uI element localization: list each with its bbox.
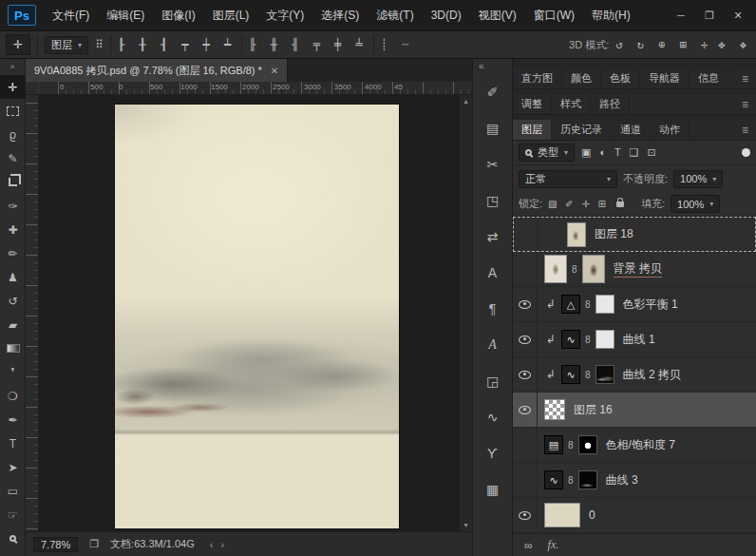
menu-edit[interactable]: 编辑(E) xyxy=(98,0,153,30)
layer-row[interactable]: ↲ ∿ 8 曲线 2 拷贝 xyxy=(513,357,756,393)
tab-adjustments[interactable]: 调整 xyxy=(513,94,552,114)
canvas-image[interactable] xyxy=(115,105,399,528)
hue-saturation-adjustment-icon[interactable]: ▤ xyxy=(544,435,563,454)
layer-visibility-toggle[interactable] xyxy=(514,218,539,251)
properties-panel-icon[interactable]: ◲ xyxy=(479,368,507,394)
curves-adjustment-icon[interactable]: ∿ xyxy=(561,365,580,384)
menu-image[interactable]: 图像(I) xyxy=(153,0,203,30)
character-panel-icon[interactable]: A xyxy=(479,259,507,286)
distribute-icons-group[interactable]: ╟ ╫ ╢ ╤ ╪ ╧ xyxy=(249,38,366,51)
wave-panel-icon[interactable]: ∿ xyxy=(479,404,507,431)
tool-brush[interactable]: ✏ xyxy=(0,241,26,265)
menu-select[interactable]: 选择(S) xyxy=(312,0,368,30)
tool-clone-stamp[interactable]: ♟ xyxy=(0,265,26,289)
toolbar-collapse-icon[interactable]: » xyxy=(0,59,25,75)
curves-adjustment-icon[interactable]: ∿ xyxy=(561,330,580,349)
distribute-spacing-icons[interactable]: ┊ ┈ xyxy=(381,38,413,51)
lock-option-icons[interactable]: ▨ ✐ ✛ ⊞ xyxy=(548,199,609,209)
tool-path-selection[interactable]: ➤ xyxy=(0,455,26,479)
layer-visibility-toggle[interactable] xyxy=(513,498,538,532)
menu-file[interactable]: 文件(F) xyxy=(44,0,98,30)
brush-presets-panel-icon[interactable]: ▤ xyxy=(479,115,507,142)
menu-filter[interactable]: 滤镜(T) xyxy=(368,0,422,30)
document-tab[interactable]: 9V0A0885 拷贝.psd @ 7.78% (图层 16, RGB/8) *… xyxy=(26,59,288,82)
layer-row[interactable]: ↲ △ 8 色彩平衡 1 xyxy=(513,287,756,322)
menu-view[interactable]: 视图(V) xyxy=(470,0,525,30)
lock-all-icon[interactable] xyxy=(616,201,624,207)
close-button[interactable]: ✕ xyxy=(724,4,752,27)
tool-spot-healing-brush[interactable]: ✚ xyxy=(0,218,26,241)
layer-mask-thumbnail[interactable] xyxy=(578,470,597,489)
layer-row[interactable]: ▤ 8 色相/饱和度 7 xyxy=(513,428,756,463)
menu-type[interactable]: 文字(Y) xyxy=(257,0,312,30)
tab-close-icon[interactable]: ✕ xyxy=(271,66,278,76)
layer-mask-thumbnail[interactable] xyxy=(595,330,614,349)
tab-navigator[interactable]: 导航器 xyxy=(640,68,690,88)
layer-visibility-toggle[interactable] xyxy=(513,287,538,321)
tab-layers[interactable]: 图层 xyxy=(513,120,552,140)
scissors-panel-icon[interactable]: ✂ xyxy=(479,151,507,178)
layer-row[interactable]: 0 xyxy=(513,498,756,533)
menu-help[interactable]: 帮助(H) xyxy=(583,0,639,30)
layer-row[interactable]: ↲ ∿ 8 曲线 1 xyxy=(513,322,756,357)
layer-thumbnail[interactable] xyxy=(544,255,567,283)
layer-row[interactable]: 8 背景 拷贝 xyxy=(513,252,756,287)
tab-styles[interactable]: 样式 xyxy=(552,94,591,114)
layer-row[interactable]: 图层 18 xyxy=(513,217,756,252)
layer-visibility-toggle[interactable] xyxy=(513,322,538,356)
tool-blur[interactable]: ❜ xyxy=(0,360,26,384)
timeline-panel-icon[interactable]: ϒ xyxy=(479,440,507,467)
3d-mode-icons-group[interactable]: ↺ ↻ ⊕ ⊞ ✛ xyxy=(615,38,711,51)
tab-history[interactable]: 历史记录 xyxy=(552,120,612,140)
layer-visibility-toggle[interactable] xyxy=(513,357,538,392)
tab-paths[interactable]: 路径 xyxy=(591,94,630,114)
tool-history-brush[interactable]: ↺ xyxy=(0,289,26,313)
vertical-ruler[interactable] xyxy=(26,95,39,531)
paragraph-panel-icon[interactable]: ¶ xyxy=(479,296,507,322)
layer-thumbnail[interactable] xyxy=(544,503,580,527)
tool-move[interactable]: ✛ xyxy=(0,75,26,99)
status-next-icon[interactable]: › xyxy=(217,539,228,550)
tool-quick-selection[interactable]: ✎ xyxy=(0,146,26,170)
blend-mode-dropdown[interactable]: 正常 ▾ xyxy=(519,170,617,188)
tab-color[interactable]: 颜色 xyxy=(562,68,601,88)
tab-info[interactable]: 信息 xyxy=(690,68,728,88)
layer-filter-kind-icons[interactable]: ▣ ◐ T ❑ ⊡ xyxy=(581,146,659,159)
tool-rectangle-shape[interactable]: ▭ xyxy=(0,479,26,503)
current-tool-indicator[interactable]: ✛ xyxy=(6,34,30,55)
tool-gradient[interactable] xyxy=(0,336,26,360)
layer-row[interactable]: ∿ 8 曲线 3 xyxy=(513,463,756,498)
tool-eyedropper[interactable]: ✑ xyxy=(0,194,26,218)
ruler-origin-corner[interactable] xyxy=(26,82,39,94)
tab-swatches[interactable]: 色板 xyxy=(601,68,640,88)
layer-mask-thumbnail[interactable] xyxy=(582,255,605,283)
layer-row-selected[interactable]: 图层 16 xyxy=(513,393,756,428)
color-balance-adjustment-icon[interactable]: △ xyxy=(561,295,580,314)
layer-thumbnail[interactable] xyxy=(567,222,586,247)
swap-panel-icon[interactable]: ⇄ xyxy=(479,223,507,250)
glyphs-panel-icon[interactable]: A xyxy=(479,332,507,358)
vertical-scrollbar[interactable]: ▴ ▾ xyxy=(459,95,472,531)
restore-button[interactable]: ❐ xyxy=(695,4,724,27)
layer-visibility-toggle[interactable] xyxy=(513,463,538,497)
panel-menu-icon[interactable]: ≡ xyxy=(734,94,756,114)
layer-mask-thumbnail[interactable] xyxy=(595,295,614,314)
options-right-icons[interactable]: ✥ ❖ xyxy=(718,38,750,51)
curves-adjustment-icon[interactable]: ∿ xyxy=(544,470,563,489)
layer-filter-type-dropdown[interactable]: 类型 ▾ xyxy=(519,144,575,162)
tab-histogram[interactable]: 直方图 xyxy=(513,68,562,88)
tab-actions[interactable]: 动作 xyxy=(651,120,690,140)
layer-visibility-toggle[interactable] xyxy=(513,252,538,286)
scroll-down-icon[interactable]: ▾ xyxy=(463,521,467,529)
menu-layer[interactable]: 图层(L) xyxy=(204,0,258,30)
scroll-up-icon[interactable]: ▴ xyxy=(463,97,467,105)
tool-dodge[interactable]: ❍ xyxy=(0,384,26,408)
show-transform-controls-icon[interactable]: ⠿ xyxy=(95,38,104,51)
tool-hand[interactable]: ☞ xyxy=(0,503,26,527)
expand-panels-icon[interactable]: « xyxy=(473,59,512,74)
layer-mask-thumbnail[interactable] xyxy=(578,435,597,454)
menu-3d[interactable]: 3D(D) xyxy=(423,0,470,30)
panel-menu-icon[interactable]: ≡ xyxy=(734,68,756,88)
status-prev-icon[interactable]: ‹ xyxy=(206,539,217,550)
zoom-level-field[interactable]: 7.78% xyxy=(33,537,78,552)
